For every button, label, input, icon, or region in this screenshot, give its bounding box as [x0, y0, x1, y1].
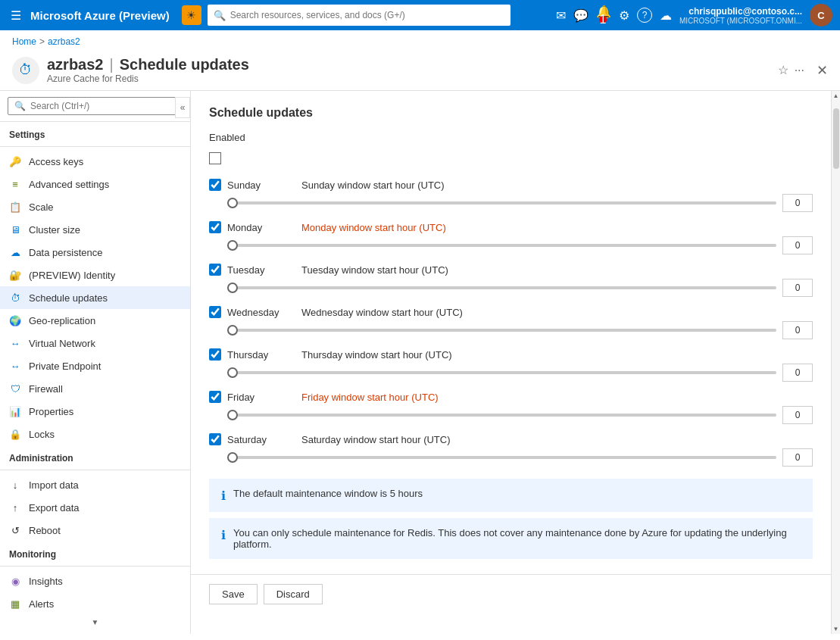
- export-data-label: Export data: [29, 502, 80, 514]
- wednesday-slider-thumb[interactable]: [227, 325, 238, 336]
- sidebar-item-geo-replication[interactable]: 🌍Geo-replication: [0, 309, 190, 332]
- export-data-icon: ↑: [9, 501, 21, 514]
- sidebar-item-firewall[interactable]: 🛡Firewall: [0, 377, 190, 400]
- notifications-icon[interactable]: 🔔 1: [596, 5, 611, 27]
- close-icon[interactable]: ✕: [817, 62, 828, 79]
- sidebar-item-alerts[interactable]: ▦Alerts: [0, 592, 190, 615]
- avatar[interactable]: C: [810, 4, 832, 27]
- sidebar-item-insights[interactable]: ◉Insights: [0, 570, 190, 592]
- friday-slider-thumb[interactable]: [227, 410, 238, 420]
- virtual-network-label: Virtual Network: [29, 338, 95, 349]
- saturday-label: Saturday: [227, 434, 295, 445]
- sidebar-item-preview-identity[interactable]: 🔐(PREVIEW) Identity: [0, 264, 190, 286]
- tuesday-slider-thumb[interactable]: [227, 283, 238, 293]
- saturday-slider-thumb[interactable]: [227, 452, 238, 463]
- collapse-sidebar-button[interactable]: «: [175, 97, 190, 118]
- sidebar-item-properties[interactable]: 📊Properties: [0, 400, 190, 423]
- discard-button[interactable]: Discard: [264, 584, 323, 604]
- monday-label: Monday: [227, 222, 295, 233]
- thursday-label: Thursday: [227, 349, 295, 361]
- sidebar-item-data-persistence[interactable]: ☁Data persistence: [0, 241, 190, 264]
- sidebar-item-private-endpoint[interactable]: ↔Private Endpoint: [0, 354, 190, 377]
- tuesday-checkbox[interactable]: [209, 264, 221, 276]
- scroll-up-arrow[interactable]: ▲: [832, 91, 840, 101]
- tuesday-label: Tuesday: [227, 264, 295, 276]
- monday-slider-thumb[interactable]: [227, 240, 238, 251]
- feedback-icon[interactable]: 💬: [573, 8, 589, 23]
- schedule-updates-icon: ⏱: [9, 292, 21, 304]
- day-row-tuesday: TuesdayTuesday window start hour (UTC)0: [209, 264, 813, 297]
- thursday-slider-track: [227, 371, 776, 374]
- hamburger-menu[interactable]: ☰: [8, 5, 24, 26]
- friday-checkbox[interactable]: [209, 391, 221, 403]
- cloud-icon[interactable]: ☁: [660, 8, 672, 23]
- sidebar-item-access-keys[interactable]: 🔑Access keys: [0, 150, 190, 173]
- sunday-window-label: Sunday window start hour (UTC): [301, 180, 445, 191]
- wednesday-slider-value[interactable]: 0: [782, 321, 813, 339]
- user-menu[interactable]: chrisqpublic@contoso.c... MICROSOFT (MIC…: [679, 6, 802, 25]
- firewall-icon: 🛡: [9, 382, 21, 395]
- thursday-checkbox[interactable]: [209, 348, 221, 361]
- more-icon[interactable]: ···: [795, 64, 804, 77]
- azure-icon: ☀: [182, 5, 201, 25]
- thursday-slider-value[interactable]: 0: [782, 364, 813, 382]
- sidebar-item-import-data[interactable]: ↓Import data: [0, 473, 190, 496]
- info-icon-2: ℹ: [221, 528, 226, 542]
- monday-checkbox[interactable]: [209, 221, 221, 233]
- sidebar-scroll-down[interactable]: ▼: [0, 615, 190, 629]
- monday-window-label: Monday window start hour (UTC): [301, 222, 446, 233]
- sidebar-item-advanced-settings[interactable]: ≡Advanced settings: [0, 173, 190, 195]
- sidebar-item-virtual-network[interactable]: ↔Virtual Network: [0, 332, 190, 354]
- insights-label: Insights: [29, 576, 63, 587]
- day-row-sunday: SundaySunday window start hour (UTC)0: [209, 179, 813, 212]
- top-nav: ☰ Microsoft Azure (Preview) ☀ 🔍 ✉ 💬 🔔 1 …: [0, 0, 840, 30]
- wednesday-label: Wednesday: [227, 307, 295, 318]
- email-icon[interactable]: ✉: [556, 8, 566, 23]
- monday-slider-value[interactable]: 0: [782, 236, 813, 254]
- star-icon[interactable]: ☆: [778, 63, 788, 77]
- bottom-bar: Save Discard: [191, 574, 831, 613]
- info-text-1: The default maintenance window is 5 hour…: [233, 488, 423, 499]
- day-top-tuesday: TuesdayTuesday window start hour (UTC): [209, 264, 813, 276]
- nav-icons: ✉ 💬 🔔 1 ⚙ ? ☁ chrisqpublic@contoso.c... …: [556, 4, 832, 27]
- search-input[interactable]: [230, 10, 504, 20]
- friday-slider-value[interactable]: 0: [782, 406, 813, 424]
- reboot-icon: ↺: [9, 524, 21, 536]
- help-icon[interactable]: ?: [637, 8, 652, 23]
- sunday-slider-value[interactable]: 0: [782, 194, 813, 212]
- enabled-row: Enabled: [209, 132, 813, 143]
- scroll-thumb[interactable]: [833, 108, 839, 169]
- tuesday-slider-row: 0: [209, 279, 813, 297]
- sidebar-item-reboot[interactable]: ↺Reboot: [0, 519, 190, 542]
- sidebar-item-export-data[interactable]: ↑Export data: [0, 496, 190, 519]
- sunday-label: Sunday: [227, 180, 295, 191]
- tuesday-slider-value[interactable]: 0: [782, 279, 813, 297]
- sidebar-search[interactable]: 🔍: [8, 97, 183, 115]
- day-top-wednesday: WednesdayWednesday window start hour (UT…: [209, 306, 813, 318]
- saturday-slider-row: 0: [209, 448, 813, 467]
- sunday-checkbox[interactable]: [209, 179, 221, 191]
- save-button[interactable]: Save: [209, 584, 258, 604]
- sidebar-search-input[interactable]: [30, 101, 176, 111]
- scroll-down-arrow[interactable]: ▼: [832, 624, 840, 634]
- sunday-slider-thumb[interactable]: [227, 198, 238, 208]
- saturday-slider-value[interactable]: 0: [782, 448, 813, 467]
- preview-identity-icon: 🔐: [9, 269, 21, 281]
- sidebar-item-schedule-updates[interactable]: ⏱Schedule updates: [0, 286, 190, 309]
- global-search[interactable]: 🔍: [208, 5, 511, 26]
- saturday-checkbox[interactable]: [209, 433, 221, 445]
- breadcrumb-current[interactable]: azrbas2: [48, 36, 80, 47]
- thursday-slider-thumb[interactable]: [227, 367, 238, 378]
- settings-icon[interactable]: ⚙: [619, 8, 629, 23]
- resource-icon: ⏱: [12, 57, 39, 84]
- sidebar-item-scale[interactable]: 📋Scale: [0, 195, 190, 218]
- wednesday-checkbox[interactable]: [209, 306, 221, 318]
- alerts-icon: ▦: [9, 598, 21, 610]
- sidebar-item-cluster-size[interactable]: 🖥Cluster size: [0, 218, 190, 241]
- virtual-network-icon: ↔: [9, 337, 21, 349]
- sidebar-item-locks[interactable]: 🔒Locks: [0, 423, 190, 445]
- search-icon: 🔍: [214, 10, 226, 21]
- enabled-checkbox[interactable]: [209, 152, 221, 164]
- breadcrumb-home[interactable]: Home: [12, 36, 36, 47]
- day-top-monday: MondayMonday window start hour (UTC): [209, 221, 813, 233]
